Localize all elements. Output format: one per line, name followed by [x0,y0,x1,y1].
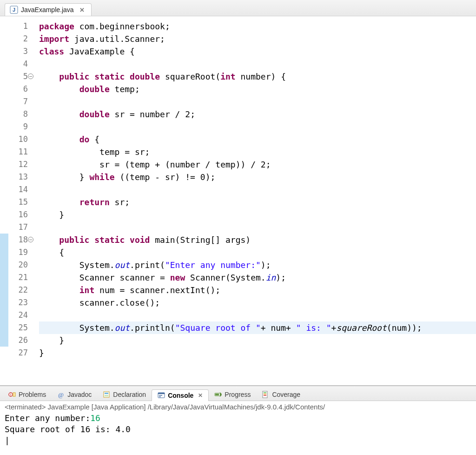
tab-coverage[interactable]: Coverage [256,389,306,401]
progress-icon [214,391,222,398]
code-line[interactable]: System.out.println("Square root of "+ nu… [39,321,476,334]
svg-rect-11 [159,395,162,396]
line-number: 24 [8,309,28,321]
code-line[interactable]: scanner.close(); [39,296,476,309]
line-number: 1 [8,20,28,33]
code-line[interactable] [39,221,476,234]
code-area[interactable]: package com.beginnersbook;import java.ut… [31,16,476,385]
line-number: 18– [8,234,28,246]
java-file-icon: J [10,6,18,14]
line-number: 25 [8,321,28,334]
line-number: 3 [8,45,28,58]
code-line[interactable]: temp = sr; [39,146,476,158]
code-line[interactable]: return sr; [39,196,476,208]
svg-text:!: ! [10,393,12,397]
svg-rect-4 [13,393,15,396]
console-line: Enter any number:16 [5,413,471,424]
line-number: 9 [8,120,28,133]
console-icon [158,392,165,399]
line-number: 10 [8,133,28,146]
tab-problems[interactable]: !Problems [3,389,52,401]
code-line[interactable]: } [39,334,476,347]
line-number: 11 [8,146,28,158]
line-number: 22 [8,284,28,296]
svg-rect-10 [158,393,165,394]
svg-rect-8 [105,395,108,396]
code-line[interactable] [39,183,476,196]
code-line[interactable] [39,309,476,321]
code-line[interactable]: class JavaExample { [39,45,476,58]
svg-rect-18 [264,394,266,395]
tab-label: Console [168,392,193,399]
tab-label: Declaration [113,391,146,398]
code-line[interactable]: public static double squareRoot(int numb… [39,70,476,83]
line-number-gutter: 12345–6789101112131415161718–19202122232… [8,16,31,385]
line-number: 20 [8,259,28,271]
svg-rect-7 [105,393,108,394]
code-line[interactable]: { [39,246,476,259]
code-line[interactable]: package com.beginnersbook; [39,20,476,33]
line-number: 2 [8,33,28,45]
line-number: 26 [8,334,28,347]
code-line[interactable]: } [39,208,476,221]
code-line[interactable]: System.out.print("Enter any number:"); [39,259,476,271]
editor-tab-label: JavaExample.java [21,6,74,13]
bottom-panel: !Problems@JavadocDeclarationConsole✕Prog… [0,385,476,455]
svg-rect-12 [159,396,161,397]
tab-javadoc[interactable]: @Javadoc [52,389,97,401]
console-caret: | [5,435,471,446]
tab-console[interactable]: Console✕ [152,389,209,401]
line-number: 27 [8,347,28,359]
line-number: 4 [8,58,28,70]
line-number: 5– [8,70,28,83]
line-number: 19 [8,246,28,259]
line-number: 6 [8,83,28,95]
code-editor[interactable]: 12345–6789101112131415161718–19202122232… [0,16,476,385]
javadoc-icon: @ [57,391,65,398]
line-number: 16 [8,208,28,221]
svg-text:@: @ [58,391,64,398]
code-line[interactable]: int num = scanner.nextInt(); [39,284,476,296]
code-line[interactable] [39,120,476,133]
coverage-icon [262,391,269,398]
console-output[interactable]: Enter any number:16Square root of 16 is:… [0,412,476,447]
code-line[interactable] [39,95,476,108]
code-line[interactable]: Scanner scanner = new Scanner(System.in)… [39,271,476,284]
svg-rect-19 [264,395,266,396]
tab-label: Progress [225,391,251,398]
line-number: 15 [8,196,28,208]
tab-label: Coverage [272,391,300,398]
line-number: 17 [8,221,28,234]
code-line[interactable]: double sr = number / 2; [39,108,476,120]
code-line[interactable]: } while ((temp - sr) != 0); [39,171,476,183]
code-line[interactable] [39,58,476,70]
tab-progress[interactable]: Progress [209,389,256,401]
line-number: 23 [8,296,28,309]
line-number: 21 [8,271,28,284]
view-tab-bar: !Problems@JavadocDeclarationConsole✕Prog… [0,386,476,401]
svg-rect-6 [104,392,109,397]
line-number: 8 [8,108,28,120]
svg-text:J: J [13,7,15,13]
tab-label: Javadoc [67,391,92,398]
editor-tab-javaexample[interactable]: J JavaExample.java ✕ [5,3,92,16]
declaration-icon [103,391,110,398]
tab-declaration[interactable]: Declaration [97,389,152,401]
console-status: <terminated> JavaExample [Java Applicati… [0,401,476,412]
console-line: Square root of 16 is: 4.0 [5,424,471,435]
line-number: 13 [8,171,28,183]
code-line[interactable]: double temp; [39,83,476,95]
close-icon[interactable]: ✕ [79,7,85,13]
code-line[interactable]: sr = (temp + (number / temp)) / 2; [39,158,476,171]
svg-rect-17 [264,392,266,393]
line-number: 12 [8,158,28,171]
line-number: 14 [8,183,28,196]
tab-label: Problems [19,391,46,398]
svg-rect-14 [215,394,219,395]
code-line[interactable]: import java.util.Scanner; [39,33,476,45]
close-icon[interactable]: ✕ [198,392,203,399]
code-line[interactable]: public static void main(String[] args) [39,234,476,246]
code-line[interactable]: do { [39,133,476,146]
code-line[interactable]: } [39,347,476,359]
line-number: 7 [8,95,28,108]
